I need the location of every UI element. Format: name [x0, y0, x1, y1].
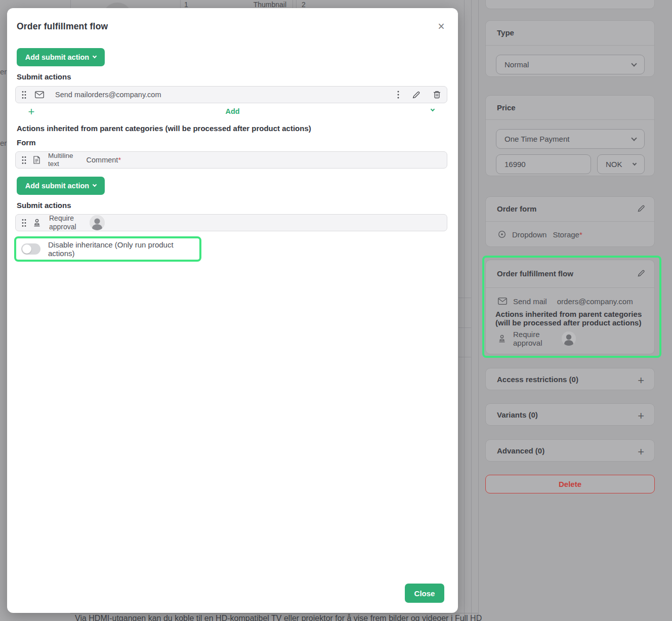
required-mark: *: [118, 156, 121, 164]
expand-plus-icon[interactable]: +: [638, 374, 644, 387]
drag-handle-icon[interactable]: [22, 156, 26, 164]
form-label: Form: [17, 138, 36, 147]
payment-type-value: One Time Payment: [505, 135, 569, 143]
sidebar-card-price: Price One Time Payment 16990 NOK: [485, 95, 655, 176]
sidebar-card-type: Type Normal: [485, 20, 655, 77]
close-icon[interactable]: ×: [434, 19, 448, 33]
sidebar-card-variants[interactable]: Variants (0) +: [485, 403, 655, 426]
inherited-heading-line: (will be processed after product actions…: [495, 318, 641, 327]
background-description-text: Via HDMI-utgangen kan du koble til en HD…: [75, 614, 482, 621]
trash-icon[interactable]: [433, 91, 441, 99]
card-title: Access restrictions (0): [497, 375, 578, 384]
required-mark: *: [579, 230, 582, 239]
divider: [486, 221, 654, 222]
chevron-down-icon: [633, 161, 637, 165]
edit-pencil-icon[interactable]: [637, 204, 645, 215]
table-border: [478, 0, 479, 621]
order-fulfillment-flow-modal: Order fulfillment flow × Add submit acti…: [7, 8, 458, 613]
card-title: Variants (0): [497, 410, 538, 419]
disable-inheritance-toggle[interactable]: [21, 243, 40, 255]
approver-avatar: [90, 215, 105, 230]
mail-action-text: Send mailorders@company.com: [55, 91, 161, 99]
mail-action-row: Send mail orders@company.com: [498, 296, 633, 307]
sidebar-card-advanced[interactable]: Advanced (0) +: [485, 439, 655, 462]
expand-plus-icon[interactable]: +: [638, 409, 644, 423]
submit-actions-label: Submit actions: [17, 72, 71, 81]
inherited-heading: Actions inherited from parent categories…: [17, 124, 432, 133]
table-cell-index: 2: [302, 1, 306, 9]
background-text-fragment: er: [0, 139, 7, 147]
mail-icon: [498, 298, 507, 305]
field-kind: Dropdown: [512, 230, 547, 239]
approval-person-icon: [498, 335, 506, 343]
table-column-header: Thumbnail: [213, 1, 286, 9]
card-title: Type: [497, 28, 514, 37]
field-type-label: Multilinetext: [48, 152, 73, 168]
card-title: Price: [497, 103, 516, 112]
table-border: [471, 0, 472, 621]
table-border: [458, 298, 472, 298]
add-link[interactable]: Add: [7, 107, 458, 115]
chevron-down-icon: [631, 61, 637, 66]
edit-pencil-icon[interactable]: [637, 269, 645, 279]
card-title: Order fulfillment flow: [497, 269, 573, 278]
table-border: [458, 357, 472, 357]
field-name: Comment*: [87, 156, 121, 164]
price-amount-input[interactable]: 16990: [496, 154, 591, 174]
kebab-menu-icon[interactable]: [397, 91, 399, 99]
approval-action-row: Requireapproval: [498, 330, 576, 347]
add-submit-action-button[interactable]: Add submit action: [17, 177, 105, 195]
form-field-row: Multilinetext Comment*: [15, 151, 447, 169]
divider: [486, 287, 654, 288]
submit-action-row-approval: Requireapproval: [15, 214, 447, 231]
dropdown-field-icon: [498, 230, 506, 238]
page: 1 Thumbnail 2 er er Via HDMI-utgangen ka…: [0, 0, 672, 621]
chevron-down-icon: [93, 54, 97, 58]
delete-button[interactable]: Delete: [485, 475, 655, 493]
close-button[interactable]: Close: [405, 584, 444, 603]
action-value: orders@company.com: [557, 297, 633, 306]
chevron-down-icon: [631, 135, 637, 141]
inherited-heading-line: Actions inherited from parent categories: [495, 310, 642, 318]
mail-icon: [35, 91, 44, 98]
price-amount-value: 16990: [505, 160, 526, 169]
document-icon: [33, 156, 40, 164]
expand-plus-icon[interactable]: +: [638, 445, 644, 459]
drag-handle-icon[interactable]: [22, 219, 26, 227]
action-kind: Send mail: [513, 297, 547, 306]
submit-action-row-mail: Send mailorders@company.com: [15, 86, 447, 103]
table-border: [464, 0, 465, 621]
divider: [486, 45, 654, 46]
sidebar-card-fulfillment: Order fulfillment flow Send mail orders@…: [485, 260, 655, 354]
approval-person-icon: [33, 219, 41, 227]
submit-actions-label: Submit actions: [17, 201, 71, 210]
toggle-label: Disable inheritance (Only run product ac…: [48, 240, 194, 258]
edit-pencil-icon[interactable]: [412, 91, 421, 99]
sidebar-card-access-restrictions[interactable]: Access restrictions (0) +: [485, 368, 655, 390]
button-label: Add submit action: [25, 182, 89, 190]
table-cell-index: 1: [184, 1, 188, 9]
add-submit-action-button[interactable]: Add submit action: [17, 48, 105, 66]
chevron-down-icon: [93, 183, 97, 187]
drag-handle-icon[interactable]: [22, 91, 26, 99]
type-select-value: Normal: [505, 60, 529, 69]
currency-value: NOK: [606, 160, 622, 169]
currency-select[interactable]: NOK: [597, 154, 645, 174]
field-name: Storage*: [553, 230, 582, 239]
table-border: [70, 613, 478, 613]
type-select[interactable]: Normal: [496, 55, 645, 74]
payment-type-select[interactable]: One Time Payment: [496, 129, 645, 149]
annotation-highlight-toggle: Disable inheritance (Only run product ac…: [14, 236, 201, 262]
approver-avatar: [562, 332, 576, 346]
card-title: Advanced (0): [497, 446, 544, 455]
approval-label: Requireapproval: [49, 214, 76, 231]
modal-title: Order fulfillment flow: [17, 21, 108, 32]
sidebar-card-order-form: Order form Dropdown Storage*: [485, 196, 655, 247]
card-title: Order form: [497, 204, 536, 213]
order-form-field-row: Dropdown Storage*: [498, 228, 582, 240]
divider: [486, 119, 654, 120]
table-border: [458, 327, 472, 328]
sidebar-card-partial: [485, 0, 655, 9]
button-label: Add submit action: [25, 53, 89, 61]
approval-label: Requireapproval: [513, 330, 542, 347]
